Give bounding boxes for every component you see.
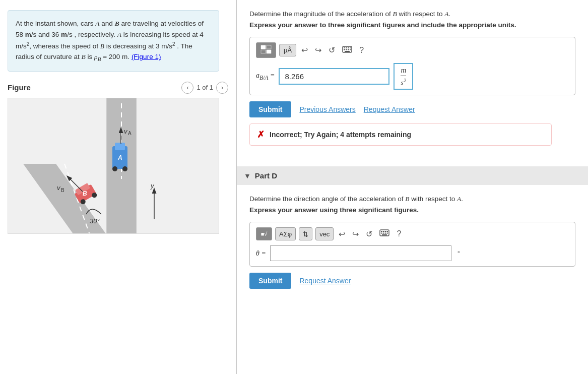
part-d-answer-row: θ = ° [256,245,569,261]
car-b-label: B [115,20,119,27]
left-panel: At the instant shown, cars A and B are t… [0,0,237,374]
part-d-question-bold: Express your answer using three signific… [249,206,575,214]
part-d-header: ▼ Part D [237,166,588,185]
part-d-question1: Determine the direction angle of the acc… [249,195,575,203]
accel-unit1: m/s2 [16,42,29,50]
part-c-question1: Determine the magnitude of the accelerat… [249,10,575,18]
svg-rect-28 [261,50,266,53]
unit-ms2-label: m/s [61,31,73,38]
toolbar-d-keyboard-btn[interactable] [377,228,391,239]
figure-link[interactable]: (Figure 1) [132,53,161,60]
figure-nav-controls: ‹ 1 of 1 › [181,82,228,94]
toolbar-d-help-btn[interactable]: ? [395,228,403,239]
right-panel: Determine the magnitude of the accelerat… [237,0,588,374]
part-c-answer-row: aB/A = m s2 [256,63,569,90]
problem-text: At the instant shown, cars A and B are t… [16,18,211,64]
figure-header: Figure ‹ 1 of 1 › [8,82,228,94]
svg-rect-41 [381,231,382,232]
svg-point-14 [112,166,117,171]
figure-nav-label: 1 of 1 [197,84,213,91]
svg-rect-44 [387,231,388,232]
part-d-input[interactable] [270,245,451,261]
figure-svg: 30° [8,98,219,234]
svg-rect-27 [267,45,271,49]
svg-point-15 [122,166,127,171]
part-d-submit-btn[interactable]: Submit [249,273,291,289]
part-c-toolbar: μÅ ↩ ↪ ↺ [256,42,569,58]
svg-text:B: B [83,190,87,197]
unit-denominator: s2 [401,77,406,87]
toolbar-d-reset-btn[interactable]: ↺ [364,228,374,240]
toolbar-d-undo-btn[interactable]: ↩ [337,228,347,240]
part-c-answer-area: μÅ ↩ ↪ ↺ [249,37,575,95]
figure-title: Figure [8,83,31,92]
part-c-unit-fraction: m s2 [394,63,413,90]
svg-text:B: B [61,188,64,193]
svg-rect-45 [381,233,382,234]
incorrect-icon: ✗ [257,129,265,140]
part-c-question-bold: Express your answer to three significant… [249,21,575,29]
svg-rect-49 [382,234,387,235]
svg-rect-43 [385,231,386,232]
part-c-input[interactable] [279,68,389,85]
svg-text:30°: 30° [90,217,100,225]
toolbar-mu-btn[interactable]: μÅ [279,44,296,56]
toolbar-d-alpha-btn[interactable]: ΑΣφ [275,227,296,240]
part-c-action-row: Submit Previous Answers Request Answer [249,101,575,117]
svg-rect-34 [350,47,351,48]
figure-prev-btn[interactable]: ‹ [181,82,193,94]
part-d-section: Determine the direction angle of the acc… [249,195,575,289]
car-a2-label: A [117,31,121,38]
unit-divider [401,76,406,76]
svg-rect-13 [115,143,125,150]
part-d-action-row: Submit Request Answer [249,273,575,289]
svg-rect-31 [344,47,345,48]
toolbar-d-vec-btn[interactable]: vec [315,227,334,240]
svg-rect-42 [383,231,384,232]
svg-rect-48 [387,233,388,234]
part-c-previous-answers-btn[interactable]: Previous Answers [299,105,355,113]
toolbar-undo-btn[interactable]: ↩ [299,44,310,56]
unit-numerator: m [401,66,406,75]
svg-rect-33 [348,47,349,48]
part-c-request-answer-btn[interactable]: Request Answer [364,105,415,113]
svg-rect-29 [267,50,271,53]
car-b2-label: B [100,42,104,50]
problem-box: At the instant shown, cars A and B are t… [8,10,219,72]
part-d-title: Part D [255,171,277,180]
feedback-text: Incorrect; Try Again; 4 attempts remaini… [270,131,411,139]
svg-rect-32 [346,47,347,48]
toolbar-reset-btn[interactable]: ↺ [326,44,337,56]
figure-section: Figure ‹ 1 of 1 › [8,82,228,234]
svg-rect-47 [385,233,386,234]
svg-rect-37 [348,49,349,50]
part-c-answer-label: aB/A = [256,72,275,81]
part-d-answer-area: ■√ ΑΣφ ⇅ vec ↩ ↪ ↺ [249,222,575,267]
figure-container: 30° [8,98,219,234]
svg-rect-35 [344,49,345,50]
accel-unit2: m/s2 [161,42,175,50]
svg-text:A: A [117,154,122,161]
toolbar-redo-btn[interactable]: ↪ [313,44,323,56]
part-d-theta-label: θ = [256,250,266,258]
part-c-feedback-box: ✗ Incorrect; Try Again; 4 attempts remai… [249,123,552,146]
toolbar-keyboard-btn[interactable] [340,45,354,56]
part-c-submit-btn[interactable]: Submit [249,101,291,117]
car-b3-label: B [82,53,86,60]
car-a-label: A [95,20,99,27]
toolbar-d-arrows-btn[interactable]: ⇅ [299,227,312,240]
svg-text:A: A [128,131,132,136]
part-c-section: Determine the magnitude of the accelerat… [249,10,575,146]
degree-symbol: ° [458,250,460,257]
svg-rect-46 [383,233,384,234]
part-d-arrow: ▼ [244,172,251,180]
svg-rect-39 [345,51,350,52]
toolbar-grid-btn[interactable] [256,42,276,58]
toolbar-d-sqrt-btn[interactable]: ■√ [256,227,272,240]
part-d-request-answer-btn[interactable]: Request Answer [299,277,351,285]
toolbar-help-btn[interactable]: ? [357,45,366,56]
separator [249,156,575,156]
svg-rect-38 [350,49,351,50]
figure-next-btn[interactable]: › [216,82,228,94]
toolbar-d-redo-btn[interactable]: ↪ [350,228,361,240]
